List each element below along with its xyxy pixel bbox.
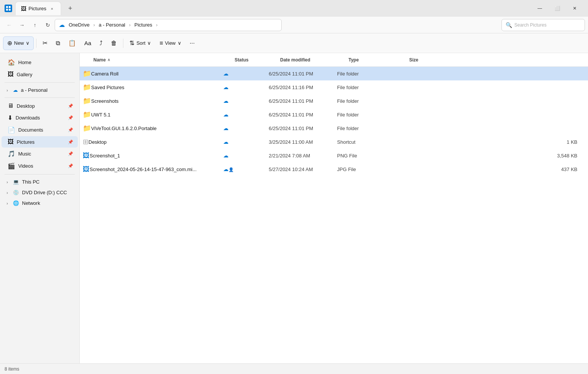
- sort-arrow-name: ∧: [107, 58, 110, 62]
- address-bar[interactable]: ☁ OneDrive › a - Personal › Pictures ›: [55, 19, 282, 31]
- refresh-button[interactable]: ↻: [42, 19, 54, 31]
- file-status-cell: ☁: [223, 152, 269, 159]
- sidebar-network-label: Network: [22, 200, 40, 206]
- column-status-header[interactable]: Status: [235, 57, 280, 63]
- file-type-cell: File folder: [337, 98, 398, 104]
- up-button[interactable]: ↑: [29, 19, 41, 31]
- paste-button[interactable]: 📋: [65, 36, 80, 50]
- column-date-header[interactable]: Date modified: [280, 57, 348, 63]
- sort-button[interactable]: ⇅ Sort ∨: [126, 36, 155, 50]
- sidebar-item-desktop[interactable]: 🖥 Desktop 📌: [2, 100, 78, 112]
- sidebar-music-label: Music: [18, 151, 31, 157]
- downloads-pin-icon: 📌: [68, 115, 73, 120]
- desktop-pin-icon: 📌: [68, 104, 73, 108]
- thispc-expand-arrow: ›: [5, 180, 10, 184]
- share-button[interactable]: ⤴: [96, 36, 106, 50]
- new-tab-button[interactable]: +: [64, 2, 76, 14]
- cut-button[interactable]: ✂: [39, 36, 51, 50]
- minimize-button[interactable]: —: [531, 2, 549, 14]
- breadcrumb-pictures[interactable]: Pictures: [133, 21, 154, 28]
- tab-title: Pictures: [28, 6, 46, 11]
- file-type-cell: PNG File: [337, 153, 398, 159]
- file-row[interactable]: 📁 Saved Pictures ☁ 6/25/2024 11:16 PM Fi…: [80, 80, 588, 94]
- file-row[interactable]: 📁 Screenshots ☁ 6/25/2024 11:01 PM File …: [80, 94, 588, 108]
- column-size-header[interactable]: Size: [409, 57, 585, 63]
- sidebar-item-network[interactable]: › 🌐 Network: [2, 198, 78, 208]
- breadcrumb-pictures-label: Pictures: [134, 22, 152, 28]
- sidebar-item-dvd[interactable]: › 💿 DVD Drive (D:) CCC: [2, 187, 78, 198]
- cloud-status-icon: ☁: [223, 166, 229, 172]
- copy-button[interactable]: ⧉: [52, 36, 64, 50]
- back-button: ←: [3, 19, 15, 31]
- file-date-cell: 5/27/2024 10:24 AM: [269, 167, 337, 172]
- sidebar-item-documents[interactable]: 📄 Documents 📌: [2, 124, 78, 136]
- file-status-cell: ☁: [223, 84, 269, 90]
- personal-cloud-icon: ☁: [13, 87, 18, 93]
- file-size-cell: 1 KB: [398, 139, 585, 145]
- file-date-cell: 6/25/2024 11:01 PM: [269, 71, 337, 77]
- file-type-cell: File folder: [337, 112, 398, 118]
- file-name-text: Desktop: [88, 139, 107, 145]
- sidebar-item-music[interactable]: 🎵 Music 📌: [2, 148, 78, 160]
- file-name-text: UWT 5.1: [91, 112, 110, 118]
- sidebar-item-personal[interactable]: › ☁ a - Personal: [2, 85, 78, 95]
- file-name-cell: 🖼 Screenshot_2024-05-26-14-15-47-963_com…: [83, 165, 223, 173]
- pictures-icon: 🖼: [8, 138, 14, 145]
- tab-icon: 🖼: [21, 6, 26, 12]
- sidebar-item-videos[interactable]: 🎬 Videos 📌: [2, 160, 78, 172]
- close-button[interactable]: ✕: [566, 2, 583, 14]
- delete-button[interactable]: 🗑: [107, 36, 121, 50]
- main-layout: 🏠 Home 🖼 Gallery › ☁ a - Personal 🖥 Desk…: [0, 53, 588, 363]
- file-date-cell: 6/25/2024 11:16 PM: [269, 85, 337, 90]
- new-button[interactable]: ⊕ New ∨: [3, 36, 34, 50]
- sidebar-desktop-label: Desktop: [17, 103, 35, 109]
- sidebar-gallery-label: Gallery: [17, 72, 32, 77]
- status2-icon: 👤: [229, 167, 234, 172]
- search-placeholder: Search Pictures: [514, 22, 547, 28]
- file-type-cell: File folder: [337, 126, 398, 131]
- file-size-cell: 3,548 KB: [398, 153, 585, 159]
- sidebar-item-downloads[interactable]: ⬇ Downloads 📌: [2, 112, 78, 124]
- file-row[interactable]: 🖼 Screenshot_1 ☁ 2/21/2024 7:08 AM PNG F…: [80, 149, 588, 162]
- cloud-status-icon: ☁: [223, 98, 229, 104]
- file-row[interactable]: 📁 ViVeTool.GUI.1.6.2.0.Portable ☁ 6/25/2…: [80, 121, 588, 135]
- rename-icon: Aa: [84, 40, 91, 46]
- tab-close-button[interactable]: ×: [49, 5, 55, 12]
- breadcrumb-onedrive[interactable]: OneDrive: [67, 21, 91, 28]
- search-bar[interactable]: 🔍 Search Pictures: [501, 19, 585, 31]
- file-row[interactable]: 🖼 Screenshot_2024-05-26-14-15-47-963_com…: [80, 162, 588, 176]
- toolbar-separator-1: [36, 39, 36, 48]
- sort-label: Sort: [136, 40, 145, 46]
- col-status-label: Status: [235, 57, 249, 63]
- cloud-status-icon: ☁: [223, 152, 229, 159]
- sidebar-item-gallery[interactable]: 🖼 Gallery: [2, 69, 78, 80]
- gallery-icon: 🖼: [8, 71, 14, 78]
- rename-button[interactable]: Aa: [80, 36, 95, 50]
- file-row[interactable]: 📁 Camera Roll ☁ 6/25/2024 11:01 PM File …: [80, 67, 588, 80]
- maximize-button[interactable]: ⬜: [549, 2, 566, 14]
- sidebar-item-thispc[interactable]: › 💻 This PC: [2, 177, 78, 187]
- sort-icon: ⇅: [129, 39, 134, 47]
- view-button[interactable]: ≡ View ∨: [156, 36, 185, 50]
- breadcrumb-personal[interactable]: a - Personal: [97, 21, 127, 28]
- breadcrumb-personal-label: a - Personal: [99, 22, 125, 28]
- paste-icon: 📋: [68, 39, 76, 47]
- folder-icon: 📁: [83, 69, 91, 78]
- sidebar-item-pictures[interactable]: 🖼 Pictures 📌: [2, 136, 78, 148]
- file-row[interactable]: ⊞ Desktop ☁ 3/25/2024 11:00 AM Shortcut …: [80, 135, 588, 149]
- sidebar-videos-label: Videos: [18, 163, 33, 169]
- current-tab[interactable]: 🖼 Pictures ×: [15, 2, 61, 15]
- col-name-label: Name: [93, 57, 106, 63]
- file-name-cell: 📁 Saved Pictures: [83, 83, 223, 91]
- more-button[interactable]: ···: [186, 36, 199, 50]
- home-icon: 🏠: [8, 59, 15, 66]
- file-row[interactable]: 📁 UWT 5.1 ☁ 6/25/2024 11:01 PM File fold…: [80, 108, 588, 121]
- status-bar: 8 items: [0, 363, 588, 374]
- column-type-header[interactable]: Type: [348, 57, 409, 63]
- file-date-cell: 2/21/2024 7:08 AM: [269, 153, 337, 159]
- navigation-bar: ← → ↑ ↻ ☁ OneDrive › a - Personal › Pict…: [0, 17, 588, 33]
- file-status-cell: ☁: [223, 112, 269, 118]
- forward-button[interactable]: →: [16, 19, 28, 31]
- column-name-header[interactable]: Name ∧: [83, 57, 235, 63]
- sidebar-item-home[interactable]: 🏠 Home: [2, 57, 78, 68]
